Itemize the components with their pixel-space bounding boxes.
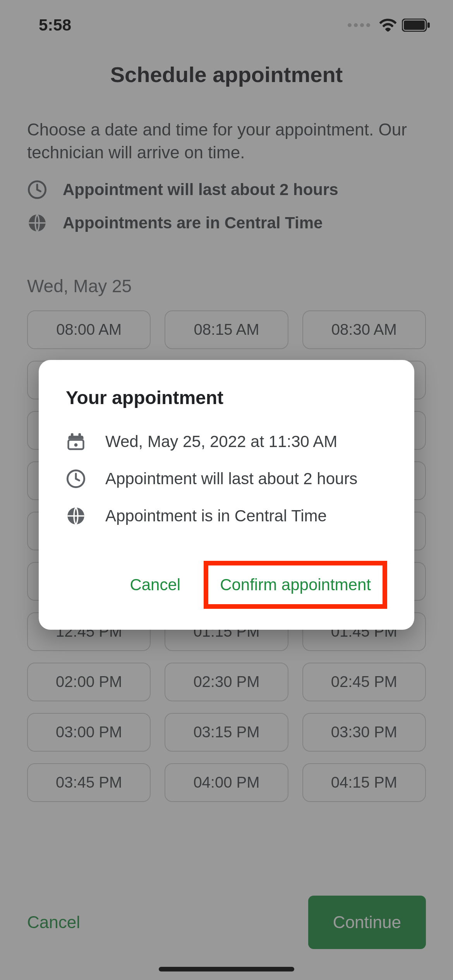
globe-icon [66,506,86,526]
modal-duration-text: Appointment will last about 2 hours [105,469,357,488]
modal-title: Your appointment [66,387,387,408]
confirm-highlight: Confirm appointment [204,561,387,609]
modal-confirm-button[interactable]: Confirm appointment [208,565,383,604]
svg-rect-9 [79,433,81,437]
modal-timezone-row: Appointment is in Central Time [66,506,387,526]
modal-datetime-row: Wed, May 25, 2022 at 11:30 AM [66,432,387,452]
modal-datetime-text: Wed, May 25, 2022 at 11:30 AM [105,432,337,451]
confirm-modal: Your appointment Wed, May 25, 2022 at 11… [39,360,414,630]
svg-rect-8 [71,433,74,437]
modal-actions: Cancel Confirm appointment [66,561,387,609]
modal-duration-row: Appointment will last about 2 hours [66,469,387,489]
svg-point-11 [74,443,78,447]
modal-timezone-text: Appointment is in Central Time [105,507,327,525]
calendar-icon [66,432,86,452]
clock-icon [66,469,86,489]
modal-cancel-button[interactable]: Cancel [126,568,184,602]
